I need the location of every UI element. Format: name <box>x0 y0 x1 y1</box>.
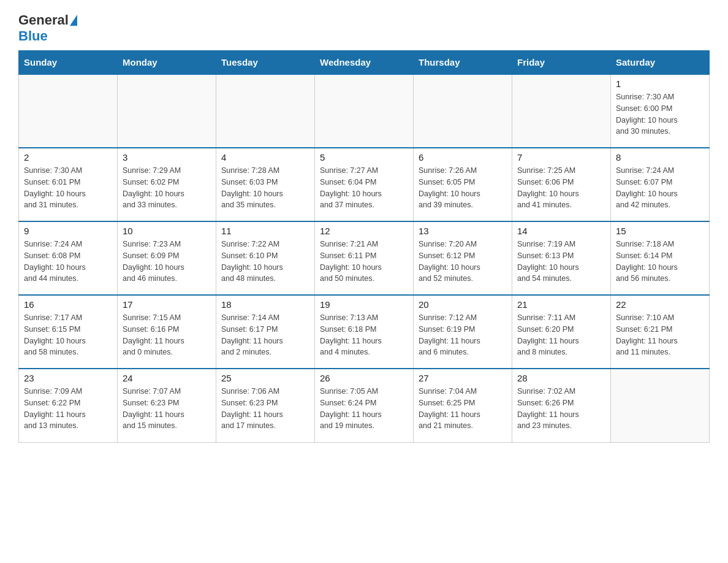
calendar-cell <box>19 74 118 148</box>
day-number: 21 <box>517 299 605 310</box>
day-number: 27 <box>419 373 507 383</box>
calendar-cell: 4Sunrise: 7:28 AM Sunset: 6:03 PM Daylig… <box>216 148 315 221</box>
day-info: Sunrise: 7:28 AM Sunset: 6:03 PM Dayligh… <box>221 165 309 211</box>
day-info: Sunrise: 7:29 AM Sunset: 6:02 PM Dayligh… <box>123 165 211 211</box>
calendar-cell: 7Sunrise: 7:25 AM Sunset: 6:06 PM Daylig… <box>512 148 611 221</box>
calendar-cell: 11Sunrise: 7:22 AM Sunset: 6:10 PM Dayli… <box>216 221 315 295</box>
calendar-cell: 14Sunrise: 7:19 AM Sunset: 6:13 PM Dayli… <box>512 221 611 295</box>
day-info: Sunrise: 7:17 AM Sunset: 6:15 PM Dayligh… <box>24 312 112 358</box>
week-row-2: 2Sunrise: 7:30 AM Sunset: 6:01 PM Daylig… <box>19 148 710 221</box>
day-number: 19 <box>320 299 408 310</box>
day-number: 5 <box>320 152 408 163</box>
day-info: Sunrise: 7:07 AM Sunset: 6:23 PM Dayligh… <box>123 386 211 432</box>
day-info: Sunrise: 7:23 AM Sunset: 6:09 PM Dayligh… <box>123 239 211 285</box>
day-info: Sunrise: 7:19 AM Sunset: 6:13 PM Dayligh… <box>517 239 605 285</box>
calendar-cell: 28Sunrise: 7:02 AM Sunset: 6:26 PM Dayli… <box>512 369 611 442</box>
calendar-cell: 22Sunrise: 7:10 AM Sunset: 6:21 PM Dayli… <box>611 295 710 369</box>
calendar-cell: 23Sunrise: 7:09 AM Sunset: 6:22 PM Dayli… <box>19 369 118 442</box>
day-info: Sunrise: 7:27 AM Sunset: 6:04 PM Dayligh… <box>320 165 408 211</box>
logo: General Blue <box>18 12 78 44</box>
day-number: 12 <box>320 226 408 236</box>
weekday-header-friday: Friday <box>512 51 611 75</box>
day-number: 23 <box>24 373 112 383</box>
day-number: 14 <box>517 226 605 236</box>
calendar-cell: 25Sunrise: 7:06 AM Sunset: 6:23 PM Dayli… <box>216 369 315 442</box>
weekday-header-wednesday: Wednesday <box>315 51 414 75</box>
day-info: Sunrise: 7:30 AM Sunset: 6:01 PM Dayligh… <box>24 165 112 211</box>
calendar-cell: 18Sunrise: 7:14 AM Sunset: 6:17 PM Dayli… <box>216 295 315 369</box>
calendar-cell: 9Sunrise: 7:24 AM Sunset: 6:08 PM Daylig… <box>19 221 118 295</box>
day-number: 24 <box>123 373 211 383</box>
day-info: Sunrise: 7:30 AM Sunset: 6:00 PM Dayligh… <box>616 91 704 137</box>
calendar-cell: 6Sunrise: 7:26 AM Sunset: 6:05 PM Daylig… <box>414 148 512 221</box>
weekday-header-row: SundayMondayTuesdayWednesdayThursdayFrid… <box>19 51 710 75</box>
page-header: General Blue <box>18 12 710 44</box>
logo-triangle-icon <box>70 15 77 26</box>
calendar-cell: 15Sunrise: 7:18 AM Sunset: 6:14 PM Dayli… <box>611 221 710 295</box>
week-row-1: 1Sunrise: 7:30 AM Sunset: 6:00 PM Daylig… <box>19 74 710 148</box>
calendar-cell <box>414 74 512 148</box>
calendar-cell: 1Sunrise: 7:30 AM Sunset: 6:00 PM Daylig… <box>611 74 710 148</box>
day-number: 16 <box>24 299 112 310</box>
day-number: 3 <box>123 152 211 163</box>
day-info: Sunrise: 7:24 AM Sunset: 6:07 PM Dayligh… <box>616 165 704 211</box>
calendar-cell: 2Sunrise: 7:30 AM Sunset: 6:01 PM Daylig… <box>19 148 118 221</box>
calendar-cell: 3Sunrise: 7:29 AM Sunset: 6:02 PM Daylig… <box>118 148 216 221</box>
day-number: 22 <box>616 299 704 310</box>
day-number: 28 <box>517 373 605 383</box>
calendar-cell: 12Sunrise: 7:21 AM Sunset: 6:11 PM Dayli… <box>315 221 414 295</box>
day-info: Sunrise: 7:11 AM Sunset: 6:20 PM Dayligh… <box>517 312 605 358</box>
day-info: Sunrise: 7:15 AM Sunset: 6:16 PM Dayligh… <box>123 312 211 358</box>
calendar-cell <box>611 369 710 442</box>
day-number: 7 <box>517 152 605 163</box>
day-number: 25 <box>221 373 309 383</box>
day-number: 13 <box>419 226 507 236</box>
week-row-3: 9Sunrise: 7:24 AM Sunset: 6:08 PM Daylig… <box>19 221 710 295</box>
day-number: 1 <box>616 79 704 89</box>
day-info: Sunrise: 7:05 AM Sunset: 6:24 PM Dayligh… <box>320 386 408 432</box>
day-info: Sunrise: 7:18 AM Sunset: 6:14 PM Dayligh… <box>616 239 704 285</box>
day-number: 4 <box>221 152 309 163</box>
calendar-cell: 19Sunrise: 7:13 AM Sunset: 6:18 PM Dayli… <box>315 295 414 369</box>
day-info: Sunrise: 7:20 AM Sunset: 6:12 PM Dayligh… <box>419 239 507 285</box>
day-number: 2 <box>24 152 112 163</box>
day-number: 18 <box>221 299 309 310</box>
day-info: Sunrise: 7:13 AM Sunset: 6:18 PM Dayligh… <box>320 312 408 358</box>
day-number: 15 <box>616 226 704 236</box>
weekday-header-saturday: Saturday <box>611 51 710 75</box>
calendar-cell: 27Sunrise: 7:04 AM Sunset: 6:25 PM Dayli… <box>414 369 512 442</box>
day-info: Sunrise: 7:25 AM Sunset: 6:06 PM Dayligh… <box>517 165 605 211</box>
calendar-cell: 24Sunrise: 7:07 AM Sunset: 6:23 PM Dayli… <box>118 369 216 442</box>
weekday-header-monday: Monday <box>118 51 216 75</box>
calendar-cell: 8Sunrise: 7:24 AM Sunset: 6:07 PM Daylig… <box>611 148 710 221</box>
day-info: Sunrise: 7:24 AM Sunset: 6:08 PM Dayligh… <box>24 239 112 285</box>
day-number: 8 <box>616 152 704 163</box>
calendar-cell <box>118 74 216 148</box>
calendar-cell: 5Sunrise: 7:27 AM Sunset: 6:04 PM Daylig… <box>315 148 414 221</box>
calendar-cell: 16Sunrise: 7:17 AM Sunset: 6:15 PM Dayli… <box>19 295 118 369</box>
calendar-table: SundayMondayTuesdayWednesdayThursdayFrid… <box>18 50 710 443</box>
day-info: Sunrise: 7:02 AM Sunset: 6:26 PM Dayligh… <box>517 386 605 432</box>
calendar-cell: 17Sunrise: 7:15 AM Sunset: 6:16 PM Dayli… <box>118 295 216 369</box>
calendar-cell: 20Sunrise: 7:12 AM Sunset: 6:19 PM Dayli… <box>414 295 512 369</box>
day-info: Sunrise: 7:06 AM Sunset: 6:23 PM Dayligh… <box>221 386 309 432</box>
day-number: 17 <box>123 299 211 310</box>
day-info: Sunrise: 7:22 AM Sunset: 6:10 PM Dayligh… <box>221 239 309 285</box>
weekday-header-thursday: Thursday <box>414 51 512 75</box>
calendar-cell: 21Sunrise: 7:11 AM Sunset: 6:20 PM Dayli… <box>512 295 611 369</box>
weekday-header-sunday: Sunday <box>19 51 118 75</box>
calendar-cell: 10Sunrise: 7:23 AM Sunset: 6:09 PM Dayli… <box>118 221 216 295</box>
calendar-cell <box>315 74 414 148</box>
day-number: 20 <box>419 299 507 310</box>
day-number: 10 <box>123 226 211 236</box>
day-info: Sunrise: 7:09 AM Sunset: 6:22 PM Dayligh… <box>24 386 112 432</box>
day-info: Sunrise: 7:12 AM Sunset: 6:19 PM Dayligh… <box>419 312 507 358</box>
calendar-cell <box>512 74 611 148</box>
weekday-header-tuesday: Tuesday <box>216 51 315 75</box>
day-number: 11 <box>221 226 309 236</box>
logo-general-text: General <box>18 12 69 28</box>
week-row-5: 23Sunrise: 7:09 AM Sunset: 6:22 PM Dayli… <box>19 369 710 442</box>
week-row-4: 16Sunrise: 7:17 AM Sunset: 6:15 PM Dayli… <box>19 295 710 369</box>
calendar-cell <box>216 74 315 148</box>
day-number: 26 <box>320 373 408 383</box>
